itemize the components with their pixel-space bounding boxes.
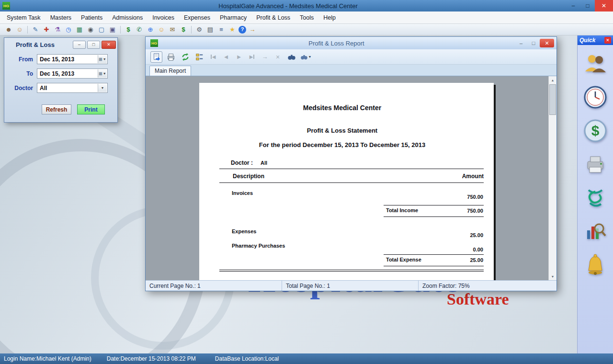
report-statement-title: Profit & Loss Statement xyxy=(199,127,485,134)
to-date-value: Dec 15, 2013 xyxy=(40,70,74,77)
dialog-maximize-button[interactable]: □ xyxy=(87,41,100,49)
toolbar-separator xyxy=(191,26,192,34)
scroll-up-icon[interactable]: ▲ xyxy=(549,76,556,84)
rule-line xyxy=(219,182,484,183)
menu-tools[interactable]: Tools xyxy=(295,12,318,23)
help-icon[interactable]: ? xyxy=(238,26,246,34)
phone-icon[interactable]: ✆ xyxy=(135,25,144,34)
clock-icon[interactable] xyxy=(582,84,608,110)
quick-panel-close-icon[interactable]: ✕ xyxy=(604,37,611,44)
menu-help[interactable]: Help xyxy=(318,12,341,23)
menu-patients[interactable]: Patients xyxy=(76,12,107,23)
application-window: HospitalGate Software HG HospitalGate Ad… xyxy=(0,0,613,364)
menu-pharmacy[interactable]: Pharmacy xyxy=(215,12,251,23)
dialog-minimize-button[interactable]: – xyxy=(73,41,86,49)
doctor-select[interactable]: All ▼ xyxy=(37,83,108,93)
dialog-buttons: Refresh Print xyxy=(4,104,117,114)
lab-flask-icon[interactable]: ⚗ xyxy=(53,25,62,34)
zoom-factor-status: Zoom Factor: 75% xyxy=(419,281,556,291)
prev-page-icon[interactable]: ◀ xyxy=(221,52,231,62)
chart-icon[interactable]: ▦ xyxy=(75,25,84,34)
group-tree-icon[interactable] xyxy=(193,51,205,63)
next-page-icon[interactable]: ▶ xyxy=(234,52,244,62)
minimize-button[interactable]: – xyxy=(566,0,580,11)
nav-bar xyxy=(211,55,212,59)
camera-icon[interactable]: ◉ xyxy=(86,25,95,34)
doctor-select-dropdown[interactable]: ▼ xyxy=(98,84,107,92)
dialog-close-button[interactable]: ✕ xyxy=(102,41,116,49)
print-button[interactable]: Print xyxy=(77,104,105,114)
maximize-button[interactable]: □ xyxy=(580,0,595,11)
menu-invoices[interactable]: Invoices xyxy=(148,12,179,23)
users-icon[interactable] xyxy=(582,51,608,77)
cash-icon[interactable]: $ xyxy=(179,25,188,34)
svg-text:$: $ xyxy=(591,123,600,138)
report-minimize-button[interactable]: – xyxy=(515,39,527,47)
goto-page-icon[interactable]: → xyxy=(260,52,270,62)
chevron-down-icon[interactable]: ▼ xyxy=(308,55,312,58)
menu-masters[interactable]: Masters xyxy=(45,12,76,23)
search-report-icon[interactable] xyxy=(582,218,608,244)
row-invoices-value: 750.00 xyxy=(219,194,483,200)
printer-icon[interactable]: ▤ xyxy=(205,25,215,34)
printer-icon[interactable] xyxy=(582,151,608,177)
patients-group-icon[interactable]: ☻ xyxy=(4,25,13,34)
dialog-titlebar[interactable]: Profit & Loss – □ ✕ xyxy=(4,38,117,50)
nav-bar xyxy=(253,55,254,59)
toolbar-separator xyxy=(120,26,121,34)
chevron-down-icon: ▼ xyxy=(101,86,104,90)
menu-admissions[interactable]: Admissions xyxy=(107,12,148,23)
window-controls: – □ ✕ xyxy=(566,0,613,11)
smiley-icon[interactable]: ☺ xyxy=(157,25,166,34)
billing-dollar-icon[interactable]: $ xyxy=(124,25,133,34)
cancel-icon[interactable]: × xyxy=(272,52,283,62)
list-icon[interactable]: ≡ xyxy=(216,25,226,34)
monitor-icon[interactable]: ▢ xyxy=(97,25,106,34)
doctor-select-value: All xyxy=(40,85,47,91)
edit-record-icon[interactable]: ✎ xyxy=(31,25,40,34)
settings-gear-icon[interactable]: ⚙ xyxy=(194,25,204,34)
patient-icon[interactable]: ☺ xyxy=(15,25,24,34)
save-icon[interactable]: ▣ xyxy=(108,25,117,34)
pharmacy-icon[interactable] xyxy=(582,185,608,211)
find-icon[interactable] xyxy=(285,51,297,63)
report-scrollbar[interactable]: ▲ ▼ xyxy=(548,76,556,280)
close-button[interactable]: ✕ xyxy=(595,0,613,11)
menu-profit-loss[interactable]: Profit & Loss xyxy=(251,12,295,23)
report-close-button[interactable]: ✕ xyxy=(540,39,554,47)
print-icon[interactable] xyxy=(165,51,177,63)
medical-cross-icon[interactable]: ✚ xyxy=(42,25,51,34)
mail-icon[interactable]: ✉ xyxy=(168,25,177,34)
refresh-button[interactable]: Refresh xyxy=(42,104,71,114)
refresh-icon[interactable] xyxy=(179,51,191,63)
exit-icon[interactable]: → xyxy=(248,25,257,34)
to-date-dropdown[interactable]: ▦ ▼ xyxy=(98,69,107,78)
scroll-down-icon[interactable]: ▼ xyxy=(549,273,556,280)
menu-expenses[interactable]: Expenses xyxy=(179,12,215,23)
dollar-coin-icon[interactable]: $ xyxy=(582,118,608,144)
report-window: HG Profit & Loss Report – □ ✕ ◀ ◀ ▶ ▶ → xyxy=(145,36,557,291)
current-page-status: Current Page No.: 1 xyxy=(146,281,282,291)
quick-panel-title: Quick xyxy=(579,37,604,44)
last-page-icon[interactable]: ▶ xyxy=(247,52,257,62)
bell-icon[interactable] xyxy=(582,252,608,278)
from-date-input[interactable]: Dec 15, 2013 ▦ ▼ xyxy=(37,54,108,64)
globe-icon[interactable]: ⊕ xyxy=(146,25,155,34)
scrollbar-thumb[interactable] xyxy=(549,84,556,115)
report-doctor-label: Doctor : xyxy=(231,159,253,166)
to-date-input[interactable]: Dec 15, 2013 ▦ ▼ xyxy=(37,68,108,79)
star-icon[interactable]: ★ xyxy=(227,25,237,34)
clock-icon[interactable]: ◷ xyxy=(64,25,73,34)
zoom-icon[interactable]: ▼ xyxy=(300,51,312,63)
report-maximize-button[interactable]: □ xyxy=(527,39,540,47)
tab-main-report[interactable]: Main Report xyxy=(149,66,191,76)
to-label: To xyxy=(4,70,37,77)
from-date-value: Dec 15, 2013 xyxy=(40,56,74,63)
first-page-icon[interactable]: ◀ xyxy=(208,52,218,62)
menu-system-task[interactable]: System Task xyxy=(2,12,45,23)
report-titlebar[interactable]: HG Profit & Loss Report – □ ✕ xyxy=(146,37,556,49)
export-icon[interactable] xyxy=(150,51,162,63)
from-date-dropdown[interactable]: ▦ ▼ xyxy=(98,55,107,63)
rule-line xyxy=(384,205,484,205)
quick-panel-header: Quick ✕ xyxy=(578,35,613,45)
